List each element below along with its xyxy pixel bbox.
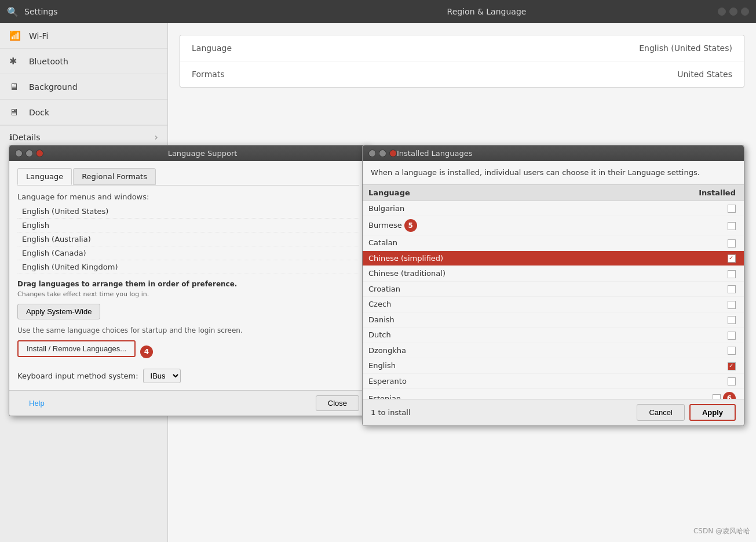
lang-support-footer: Help Close	[9, 390, 367, 416]
lang-item-1[interactable]: English	[17, 219, 359, 232]
table-row[interactable]: English	[363, 358, 744, 374]
lang-checkbox-cell	[605, 281, 744, 297]
table-row[interactable]: Chinese (traditional)	[363, 266, 744, 282]
lang-support-titlebar: Language Support	[9, 145, 367, 161]
installed-lang-description: When a language is installed, individual…	[363, 161, 744, 184]
keyboard-method-select[interactable]: IBus	[143, 369, 181, 383]
language-value: English (United States)	[639, 43, 732, 53]
sidebar-item-label-background: Background	[29, 82, 78, 92]
installed-lang-close[interactable]	[389, 150, 397, 157]
region-language-title: Region & Language	[255, 7, 718, 16]
lang-checkbox[interactable]	[728, 222, 736, 230]
chevron-right-icon: ›	[155, 132, 158, 143]
tab-regional[interactable]: Regional Formats	[73, 168, 156, 185]
table-row[interactable]: Dutch	[363, 328, 744, 343]
lang-support-maximize[interactable]	[25, 150, 33, 157]
lang-name: Czech	[363, 297, 605, 312]
footer-buttons: Cancel Apply	[637, 404, 736, 421]
installed-lang-maximize[interactable]	[379, 150, 386, 157]
apply-button[interactable]: Apply	[689, 404, 736, 421]
installed-lang-table: Language Installed BulgarianBurmese5Cata…	[363, 185, 744, 399]
sidebar-item-label-bluetooth: Bluetooth	[29, 57, 68, 66]
help-button[interactable]: Help	[17, 395, 56, 411]
lang-checkbox-cell	[605, 297, 744, 312]
formats-row[interactable]: Formats United States	[180, 61, 744, 87]
installed-languages-dialog[interactable]: Installed Languages When a language is i…	[362, 145, 744, 426]
badge-4: 4	[140, 345, 153, 358]
lang-name: Catalan	[363, 235, 605, 251]
sidebar-item-dock[interactable]: 🖥 Dock	[0, 100, 167, 125]
table-row[interactable]: Burmese5	[363, 216, 744, 235]
lang-checkbox[interactable]	[728, 316, 736, 324]
lang-checkbox[interactable]	[728, 377, 736, 385]
lang-support-win-controls	[15, 150, 43, 157]
lang-item-4[interactable]: English (United Kingdom)	[17, 260, 359, 274]
apply-system-wide-button[interactable]: Apply System-Wide	[17, 304, 100, 319]
lang-item-3[interactable]: English (Canada)	[17, 246, 359, 260]
lang-support-minimize[interactable]	[15, 150, 23, 157]
table-row[interactable]: Czech	[363, 297, 744, 312]
lang-item-0[interactable]: English (United States)	[17, 205, 359, 219]
lang-checkbox-cell	[605, 343, 744, 358]
lang-support-body: Language Regional Formats Language for m…	[9, 161, 367, 390]
language-row[interactable]: Language English (United States)	[180, 35, 744, 61]
table-row[interactable]: Chinese (simplified)	[363, 250, 744, 266]
badge-5: 5	[404, 219, 417, 232]
lang-checkbox[interactable]	[728, 332, 736, 340]
settings-title: Settings	[24, 7, 255, 16]
table-row[interactable]: Dzongkha	[363, 343, 744, 358]
language-label: Language	[192, 43, 639, 53]
lang-checkbox[interactable]	[728, 362, 736, 370]
lang-checkbox-cell	[605, 373, 744, 389]
lang-checkbox[interactable]	[728, 254, 736, 263]
lang-checkbox[interactable]	[728, 285, 736, 293]
install-remove-button[interactable]: Install / Remove Languages...	[17, 340, 136, 357]
wifi-icon: 📶	[9, 30, 22, 41]
lang-checkbox[interactable]	[728, 270, 736, 278]
lang-name: Estonian	[363, 389, 605, 399]
lang-item-2[interactable]: English (Australia)	[17, 232, 359, 246]
lang-for-menus-label: Language for menus and windows:	[17, 192, 359, 201]
language-support-dialog[interactable]: Language Support Language Regional Forma…	[9, 145, 368, 416]
cancel-button[interactable]: Cancel	[637, 404, 684, 421]
lang-checkbox-cell	[605, 250, 744, 266]
lang-checkbox[interactable]	[728, 205, 736, 213]
table-row[interactable]: Esperanto	[363, 373, 744, 389]
lang-name: Dzongkha	[363, 343, 605, 358]
table-row[interactable]: Danish	[363, 312, 744, 328]
lang-checkbox[interactable]	[713, 394, 721, 399]
close-button[interactable]	[741, 8, 749, 16]
table-row[interactable]: Catalan	[363, 235, 744, 251]
lang-checkbox-cell	[605, 235, 744, 251]
lang-checkbox[interactable]	[728, 347, 736, 355]
table-row[interactable]: Bulgarian	[363, 201, 744, 216]
close-button-lang[interactable]: Close	[316, 395, 359, 411]
lang-checkbox[interactable]	[728, 239, 736, 248]
table-row[interactable]: Croatian	[363, 281, 744, 297]
search-icon[interactable]: 🔍	[7, 6, 19, 17]
tab-language[interactable]: Language	[17, 168, 72, 185]
lang-checkbox-cell	[605, 312, 744, 328]
formats-label: Formats	[192, 70, 677, 79]
minimize-button[interactable]	[718, 8, 726, 16]
lang-name: Burmese5	[363, 216, 605, 235]
lang-checkbox-cell	[605, 266, 744, 282]
table-row[interactable]: Estonian6	[363, 389, 744, 399]
lang-name: Danish	[363, 312, 605, 328]
installed-lang-minimize[interactable]	[368, 150, 376, 157]
sidebar-item-bluetooth[interactable]: ✱ Bluetooth	[0, 49, 167, 74]
maximize-button[interactable]	[729, 8, 737, 16]
lang-name: Chinese (simplified)	[363, 250, 605, 266]
drag-hint-sub: Changes take effect next time you log in…	[17, 290, 359, 298]
lang-support-close[interactable]	[36, 150, 43, 157]
dock-icon: 🖥	[9, 107, 22, 118]
sidebar-item-background[interactable]: 🖥 Background	[0, 74, 167, 100]
window-controls	[718, 8, 749, 16]
lang-checkbox[interactable]	[728, 301, 736, 309]
lang-scroll-area[interactable]: Language Installed BulgarianBurmese5Cata…	[363, 184, 744, 399]
sidebar-item-label-wifi: Wi-Fi	[29, 31, 48, 41]
sidebar-item-wifi[interactable]: 📶 Wi-Fi	[0, 23, 167, 49]
installed-footer: 1 to install Cancel Apply	[363, 399, 744, 425]
top-bar: 🔍 Settings Region & Language	[0, 0, 756, 23]
to-install-text: 1 to install	[371, 408, 411, 417]
